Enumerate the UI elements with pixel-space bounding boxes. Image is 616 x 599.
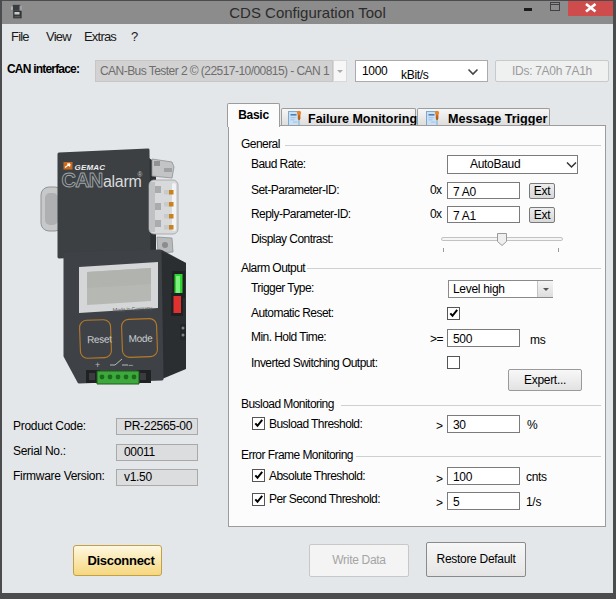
svg-text:CAN: CAN	[62, 169, 103, 191]
svg-text:+: +	[95, 360, 100, 370]
svg-text:Mode: Mode	[128, 333, 153, 345]
svg-text:alarm: alarm	[103, 173, 142, 190]
svg-text:Reset: Reset	[87, 333, 113, 345]
svg-text:−: −	[128, 360, 133, 370]
svg-text:®: ®	[138, 171, 143, 178]
